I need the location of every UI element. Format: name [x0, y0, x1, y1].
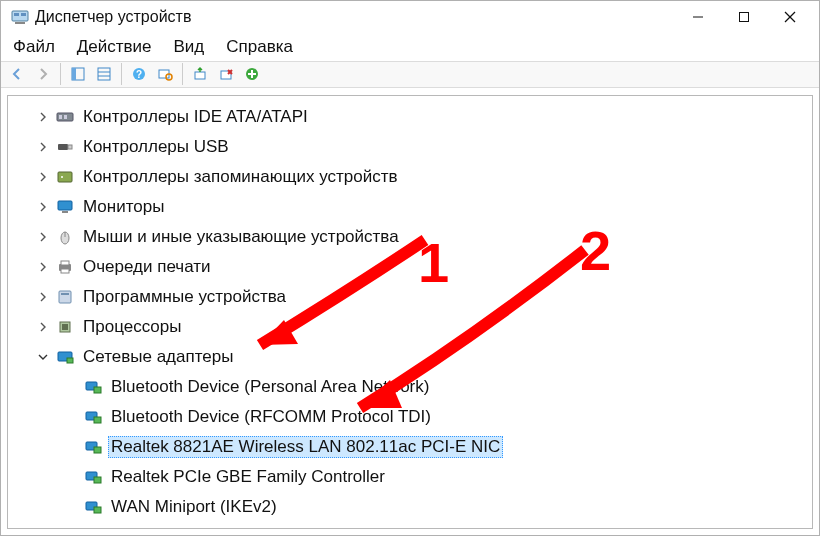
software-icon — [56, 288, 74, 306]
svg-rect-49 — [94, 447, 101, 453]
content-area: Контроллеры IDE ATA/ATAPIКонтроллеры USB… — [1, 88, 819, 535]
tree-device-label: Realtek 8821AE Wireless LAN 802.11ac PCI… — [108, 436, 503, 458]
tree-category-label: Процессоры — [80, 316, 184, 338]
tree-category[interactable]: Контроллеры USB — [14, 132, 812, 162]
chevron-right-icon[interactable] — [36, 230, 50, 244]
netadapter-icon — [84, 408, 102, 426]
tree-device[interactable]: Bluetooth Device (Personal Area Network) — [14, 372, 812, 402]
chevron-down-icon[interactable] — [36, 350, 50, 364]
tree-category-label: Программные устройства — [80, 286, 289, 308]
storage-icon — [56, 168, 74, 186]
expander-placeholder — [64, 380, 78, 394]
svg-rect-38 — [59, 291, 71, 303]
svg-rect-27 — [58, 144, 68, 150]
usb-icon — [56, 138, 74, 156]
chevron-right-icon[interactable] — [36, 260, 50, 274]
tree-device[interactable]: Realtek 8821AE Wireless LAN 802.11ac PCI… — [14, 432, 812, 462]
tb-update-button[interactable] — [188, 62, 212, 86]
tree-category-label: Контроллеры IDE ATA/ATAPI — [80, 106, 311, 128]
svg-rect-43 — [67, 358, 73, 363]
tb-add-button[interactable] — [240, 62, 264, 86]
svg-rect-10 — [98, 68, 110, 80]
tree-category[interactable]: Сетевые адаптеры — [14, 342, 812, 372]
svg-rect-32 — [62, 211, 68, 213]
tb-help-button[interactable]: ? — [127, 62, 151, 86]
svg-rect-17 — [195, 72, 205, 79]
svg-rect-51 — [94, 477, 101, 483]
menu-view[interactable]: Вид — [170, 35, 209, 59]
tb-separator — [182, 63, 183, 85]
tree-category[interactable]: Очереди печати — [14, 252, 812, 282]
svg-rect-31 — [58, 201, 72, 210]
expander-placeholder — [64, 410, 78, 424]
svg-rect-9 — [72, 68, 76, 80]
svg-rect-26 — [64, 115, 67, 119]
chevron-right-icon[interactable] — [36, 200, 50, 214]
tree-device[interactable]: Realtek PCIe GBE Family Controller — [14, 462, 812, 492]
chevron-right-icon[interactable] — [36, 140, 50, 154]
menu-help[interactable]: Справка — [222, 35, 297, 59]
netadapter-icon — [84, 378, 102, 396]
tree-category-label: Контроллеры запоминающих устройств — [80, 166, 400, 188]
chevron-right-icon[interactable] — [36, 320, 50, 334]
svg-rect-1 — [15, 22, 25, 24]
netadapter-icon — [84, 498, 102, 516]
expander-placeholder — [64, 500, 78, 514]
close-button[interactable] — [767, 1, 813, 33]
tree-category-label: Мыши и иные указывающие устройства — [80, 226, 402, 248]
mouse-icon — [56, 228, 74, 246]
tree-category-label: Контроллеры USB — [80, 136, 232, 158]
toolbar: ? — [1, 61, 819, 88]
menu-file[interactable]: Файл — [9, 35, 59, 59]
netadapter-icon — [84, 468, 102, 486]
tree-device-label: WAN Miniport (IKEv2) — [108, 496, 280, 518]
tb-uninstall-button[interactable] — [214, 62, 238, 86]
tb-forward-button[interactable] — [31, 62, 55, 86]
tree-category-label: Сетевые адаптеры — [80, 346, 236, 368]
tree-category[interactable]: Мыши и иные указывающие устройства — [14, 222, 812, 252]
svg-rect-39 — [61, 293, 69, 295]
chevron-right-icon[interactable] — [36, 170, 50, 184]
minimize-button[interactable] — [675, 1, 721, 33]
svg-rect-53 — [94, 507, 101, 513]
svg-rect-45 — [94, 387, 101, 393]
monitor-icon — [56, 198, 74, 216]
printer-icon — [56, 258, 74, 276]
tb-back-button[interactable] — [5, 62, 29, 86]
tree-device-label: Realtek PCIe GBE Family Controller — [108, 466, 388, 488]
expander-placeholder — [64, 470, 78, 484]
svg-rect-25 — [59, 115, 62, 119]
tree-category-label: Очереди печати — [80, 256, 214, 278]
svg-rect-41 — [62, 324, 68, 330]
tree-category[interactable]: Процессоры — [14, 312, 812, 342]
tb-show-hidden-button[interactable] — [66, 62, 90, 86]
window-title: Диспетчер устройств — [35, 8, 191, 26]
menu-action[interactable]: Действие — [73, 35, 156, 59]
tree-category[interactable]: Контроллеры запоминающих устройств — [14, 162, 812, 192]
tree-category[interactable]: Контроллеры IDE ATA/ATAPI — [14, 102, 812, 132]
tree-category-label: Мониторы — [80, 196, 167, 218]
svg-rect-29 — [58, 172, 72, 182]
svg-rect-2 — [14, 13, 19, 16]
svg-rect-3 — [21, 13, 26, 16]
maximize-button[interactable] — [721, 1, 767, 33]
chevron-right-icon[interactable] — [36, 290, 50, 304]
device-manager-window: Диспетчер устройств Файл Действие Вид Сп… — [0, 0, 820, 536]
chevron-right-icon[interactable] — [36, 110, 50, 124]
tb-separator — [60, 63, 61, 85]
netadapter-icon — [84, 438, 102, 456]
device-tree[interactable]: Контроллеры IDE ATA/ATAPIКонтроллеры USB… — [7, 95, 813, 529]
tree-device[interactable]: Bluetooth Device (RFCOMM Protocol TDI) — [14, 402, 812, 432]
tree-device[interactable]: WAN Miniport (IKEv2) — [14, 492, 812, 522]
tree-device-label: Bluetooth Device (Personal Area Network) — [108, 376, 432, 398]
tb-scan-button[interactable] — [153, 62, 177, 86]
tree-category[interactable]: Программные устройства — [14, 282, 812, 312]
expander-placeholder — [64, 440, 78, 454]
menubar: Файл Действие Вид Справка — [1, 34, 819, 61]
cpu-icon — [56, 318, 74, 336]
svg-point-30 — [61, 176, 63, 178]
tb-properties-button[interactable] — [92, 62, 116, 86]
app-icon — [11, 8, 29, 26]
network-icon — [56, 348, 74, 366]
tree-category[interactable]: Мониторы — [14, 192, 812, 222]
